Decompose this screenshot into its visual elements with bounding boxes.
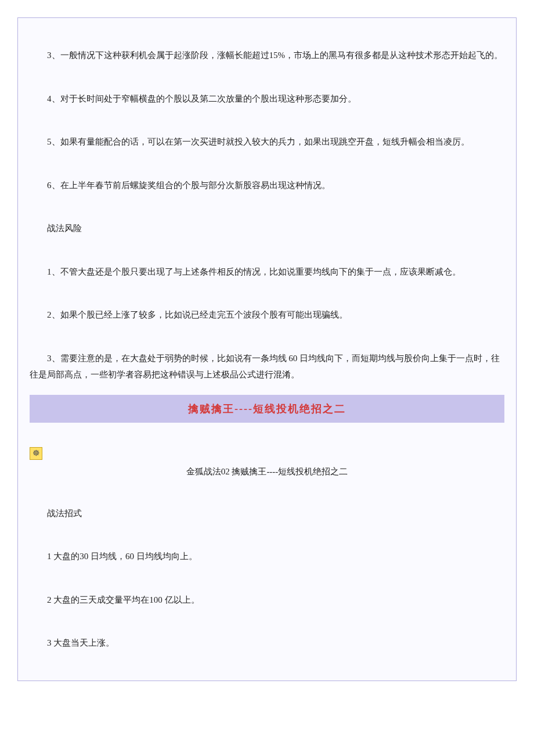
paragraph: 3、一般情况下这种获利机会属于起涨阶段，涨幅长能超过15%，市场上的黑马有很多都… xyxy=(30,47,504,64)
document-page: 3、一般情况下这种获利机会属于起涨阶段，涨幅长能超过15%，市场上的黑马有很多都… xyxy=(17,17,517,681)
paragraph: 6、在上半年春节前后螺旋奖组合的个股与部分次新股容易出现这种情况。 xyxy=(30,177,504,194)
paragraph: 1、不管大盘还是个股只要出现了与上述条件相反的情况，比如说重要均线向下的集于一点… xyxy=(30,264,504,280)
subtitle: 金狐战法02 擒贼擒王----短线投机绝招之二 xyxy=(30,465,504,478)
section-title-text: 擒贼擒王----短线投机绝招之二 xyxy=(188,403,346,415)
paragraph: 3 大盘当天上涨。 xyxy=(30,635,504,651)
section-heading-risk: 战法风险 xyxy=(30,220,504,237)
icon-row: ☸ xyxy=(30,446,504,461)
chapter-icon: ☸ xyxy=(30,447,42,460)
paragraph: 2 大盘的三天成交量平均在100 亿以上。 xyxy=(30,592,504,609)
paragraph: 2、如果个股已经上涨了较多，比如说已经走完五个波段个股有可能出现骗线。 xyxy=(30,307,504,323)
section-title-band: 擒贼擒王----短线投机绝招之二 xyxy=(30,395,504,423)
paragraph: 1 大盘的30 日均线，60 日均线均向上。 xyxy=(30,548,504,565)
paragraph: 5、如果有量能配合的话，可以在第一次买进时就投入较大的兵力，如果出现跳空开盘，短… xyxy=(30,134,504,150)
paragraph: 3、需要注意的是，在大盘处于弱势的时候，比如说有一条均线 60 日均线向下，而短… xyxy=(30,350,504,383)
section-heading-method: 战法招式 xyxy=(30,505,504,522)
document-content: 3、一般情况下这种获利机会属于起涨阶段，涨幅长能超过15%，市场上的黑马有很多都… xyxy=(18,18,516,681)
paragraph: 4、对于长时间处于窄幅横盘的个股以及第二次放量的个股出现这种形态要加分。 xyxy=(30,91,504,107)
